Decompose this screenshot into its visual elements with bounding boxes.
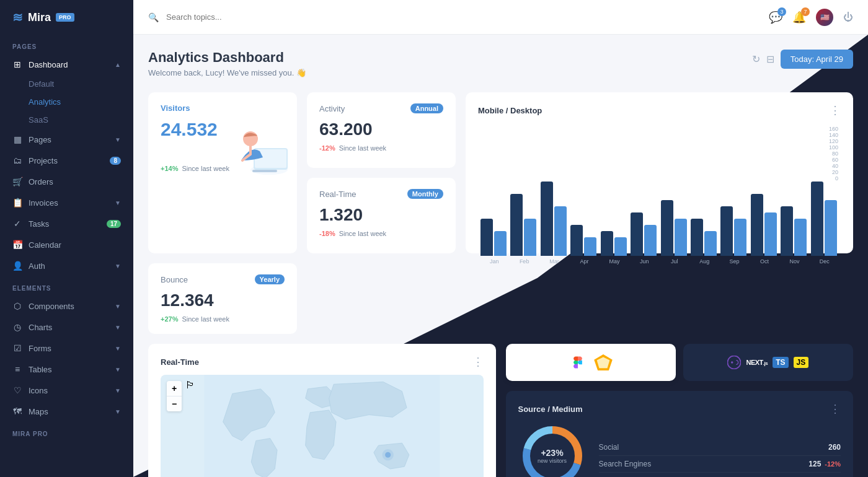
realtime-title: Real-Time	[319, 190, 356, 199]
power-button[interactable]: ⏻	[843, 12, 853, 23]
mira-pro-section-label: MIRA PRO	[0, 422, 133, 441]
sidebar-item-forms[interactable]: ☑ Forms ▼	[0, 338, 133, 359]
activity-change: -12%	[319, 144, 335, 152]
activity-title: Activity	[319, 104, 345, 113]
realtime-change: -18%	[319, 230, 335, 237]
projects-badge: 8	[110, 157, 121, 165]
map-flag: 🏳	[185, 380, 195, 391]
auth-icon: 👤	[12, 261, 22, 271]
map-svg	[161, 375, 484, 477]
logo-icon: ≋	[12, 10, 23, 25]
sidebar-item-auth[interactable]: 👤 Auth ▼	[0, 255, 133, 276]
realtime-map-title: Real-Time	[161, 357, 199, 367]
sidebar-label-components: Components	[29, 302, 108, 311]
sidebar-label-calendar: Calendar	[29, 240, 121, 250]
bounce-change: +27%	[161, 315, 178, 323]
sidebar-label-invoices: Invoices	[29, 198, 108, 208]
typescript-logo: TS	[773, 357, 788, 368]
tables-icon: ≡	[12, 364, 22, 374]
projects-icon: 🗂	[12, 155, 22, 165]
logo-text: Mira	[28, 11, 51, 24]
tasks-badge: 17	[107, 220, 121, 228]
notifications-button[interactable]: 💬 3	[769, 11, 782, 24]
source-search-change: -12%	[825, 460, 841, 468]
search-input[interactable]	[166, 12, 761, 22]
topnav: 🔍 💬 3 🔔 7 🇺🇸 ⏻	[133, 0, 868, 35]
sidebar-item-maps[interactable]: 🗺 Maps ▼	[0, 401, 133, 422]
sidebar-label-pages: Pages	[29, 135, 108, 144]
sidebar-sub-saas[interactable]: SaaS	[0, 111, 133, 129]
refresh-button[interactable]: ↻	[752, 53, 760, 65]
sidebar-label-charts: Charts	[29, 323, 108, 332]
donut-center-text: +23%	[538, 448, 567, 458]
pro-badge: PRO	[56, 13, 74, 22]
language-selector[interactable]: 🇺🇸	[816, 9, 833, 26]
donut-chart: +23% new visitors	[518, 422, 587, 477]
activity-badge: Annual	[410, 103, 443, 113]
sidebar-item-tables[interactable]: ≡ Tables ▼	[0, 359, 133, 380]
filter-button[interactable]: ⊟	[766, 53, 774, 65]
components-chevron: ▼	[115, 303, 121, 310]
redux-icon	[727, 356, 741, 369]
realtime-map-menu[interactable]: ⋮	[472, 355, 484, 369]
bounce-card: Bounce Yearly 12.364 +27% Since last wee…	[148, 263, 297, 334]
icons-icon: ♡	[12, 385, 22, 395]
sidebar-item-projects[interactable]: 🗂 Projects 8	[0, 150, 133, 171]
pages-chevron: ▼	[115, 136, 121, 143]
components-icon: ⬡	[12, 301, 22, 311]
realtime-badge: Monthly	[407, 189, 443, 199]
main-content: 🔍 💬 3 🔔 7 🇺🇸 ⏻ Analytics Dashboard Welco…	[133, 0, 868, 477]
tables-chevron: ▼	[115, 366, 121, 373]
visitors-change: +14%	[161, 165, 178, 172]
sidebar-item-dashboard[interactable]: ⊞ Dashboard ▲	[0, 54, 133, 75]
today-button[interactable]: Today: April 29	[781, 50, 853, 69]
svg-point-14	[731, 361, 733, 364]
auth-chevron: ▼	[115, 263, 121, 269]
sidebar-item-charts[interactable]: ◷ Charts ▼	[0, 317, 133, 338]
source-social-value: 260	[828, 443, 841, 452]
activity-value: 63.200	[319, 120, 443, 139]
sidebar-label-forms: Forms	[29, 344, 108, 353]
bounce-change-label: Since last week	[182, 315, 229, 323]
logos-section: NEXT.js TS JS	[506, 344, 854, 381]
page-title: Analytics Dashboard	[148, 50, 306, 66]
sidebar-label-tasks: Tasks	[29, 219, 100, 229]
svg-point-7	[383, 449, 394, 460]
sidebar-label-auth: Auth	[29, 261, 108, 271]
bounce-badge: Yearly	[255, 274, 285, 284]
alerts-button[interactable]: 🔔 7	[792, 11, 806, 24]
sidebar-item-pages[interactable]: ▦ Pages ▼	[0, 129, 133, 150]
visitors-card: Visitors 24.532	[148, 92, 297, 253]
page-header: Analytics Dashboard Welcome back, Lucy! …	[148, 50, 853, 77]
dashboard-chevron: ▲	[115, 61, 121, 68]
pages-icon: ▦	[12, 134, 22, 144]
sidebar-item-invoices[interactable]: 📋 Invoices ▼	[0, 192, 133, 213]
source-medium-card: Source / Medium ⋮	[506, 391, 854, 477]
sketch-icon	[594, 354, 613, 370]
sidebar-item-components[interactable]: ⬡ Components ▼	[0, 295, 133, 317]
sidebar-item-tasks[interactable]: ✓ Tasks 17	[0, 213, 133, 234]
forms-icon: ☑	[12, 343, 22, 353]
search-icon: 🔍	[148, 12, 159, 22]
realtime-change-label: Since last week	[339, 230, 386, 237]
sidebar-item-calendar[interactable]: 📅 Calendar	[0, 234, 133, 255]
logos-light-box	[506, 344, 676, 381]
sidebar-item-orders[interactable]: 🛒 Orders	[0, 171, 133, 192]
zoom-out-button[interactable]: −	[167, 396, 182, 411]
source-row-search: Search Engines 125 -12%	[599, 456, 841, 473]
maps-chevron: ▼	[115, 408, 121, 415]
sidebar-label-maps: Maps	[29, 407, 108, 416]
maps-icon: 🗺	[12, 406, 22, 416]
source-search-name: Search Engines	[599, 460, 652, 468]
sidebar-item-icons[interactable]: ♡ Icons ▼	[0, 380, 133, 401]
sidebar-sub-analytics[interactable]: Analytics	[0, 93, 133, 111]
dashboard-icon: ⊞	[12, 59, 22, 69]
zoom-in-button[interactable]: +	[167, 381, 182, 396]
forms-chevron: ▼	[115, 345, 121, 352]
mobile-desktop-menu[interactable]: ⋮	[830, 103, 841, 117]
bar-chart	[478, 182, 841, 256]
realtime-map-card: Real-Time ⋮	[148, 344, 496, 477]
source-medium-menu[interactable]: ⋮	[830, 402, 841, 416]
mobile-desktop-card: Mobile / Desktop ⋮ 020406080100120140160…	[466, 92, 853, 253]
sidebar-sub-default[interactable]: Default	[0, 75, 133, 93]
